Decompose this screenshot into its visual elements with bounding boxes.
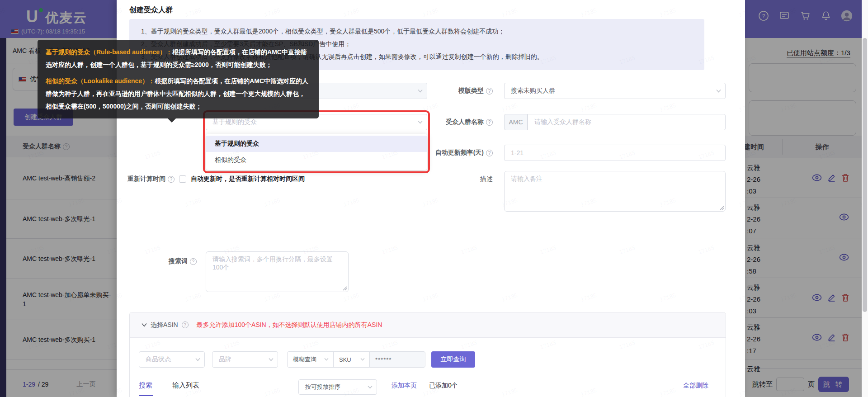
search-words-label: 搜索词? xyxy=(129,253,197,269)
help-icon[interactable]: ? xyxy=(190,258,197,265)
watermark-text: 17185 xyxy=(343,197,360,208)
tooltip-paragraph: 基于规则的受众（Rule-based audience）：根据所填写的各配置项，… xyxy=(46,46,311,71)
watermark-text: 17185 xyxy=(422,197,439,208)
audience-name-label: 受众人群名称? xyxy=(407,114,493,130)
help-icon[interactable]: ? xyxy=(486,88,493,95)
watermark-text: 17185 xyxy=(144,149,161,161)
audience-name-input[interactable]: 请输入受众人群名称 xyxy=(528,114,726,130)
recalc-label: 重新计算时间? xyxy=(127,175,175,183)
watermark-text: 17185 xyxy=(460,244,478,255)
sort-select[interactable]: 按可投放排序 xyxy=(298,379,377,395)
watermark-text: 17185 xyxy=(184,197,202,208)
watermark-text: 17185 xyxy=(580,102,598,113)
audience-type-value: 基于规则的受众 xyxy=(212,118,257,126)
watermark-text: 17185 xyxy=(539,244,557,255)
active-tab-underline xyxy=(139,395,153,396)
asin-section-header[interactable]: 选择ASIN ? 最多允许添加100个ASIN，如不选择则默认使用店铺内的所有A… xyxy=(130,312,726,338)
watermark-text: 17185 xyxy=(738,292,745,303)
watermark-text: 17185 xyxy=(738,102,745,113)
help-icon[interactable]: ? xyxy=(486,150,493,156)
recalc-checkbox-label: 自动更新时，是否重新计算相对时间区间 xyxy=(191,175,305,183)
scrollbar-thumb[interactable] xyxy=(863,38,867,312)
watermark-text: 17185 xyxy=(698,244,715,255)
tab-search[interactable]: 搜索 xyxy=(139,381,152,390)
watermark-text: 17185 xyxy=(343,7,360,18)
watermark-text: 17185 xyxy=(738,7,745,18)
description-label: 描述 xyxy=(407,171,493,187)
template-type-value: 搜索未购买人群 xyxy=(511,87,555,95)
audience-type-tooltip: 基于规则的受众（Rule-based audience）：根据所填写的各配置项，… xyxy=(38,40,319,118)
template-type-select[interactable]: 搜索未购买人群 xyxy=(504,83,726,99)
product-status-select[interactable]: 商品状态 xyxy=(139,351,205,368)
watermark-text: 17185 xyxy=(501,102,519,113)
help-icon[interactable]: ? xyxy=(182,321,189,328)
fuzzy-query-select[interactable]: 模糊查询 xyxy=(287,351,334,368)
chevron-down-icon xyxy=(142,323,147,327)
brand-select[interactable]: 品牌 xyxy=(212,351,278,368)
help-icon[interactable]: ? xyxy=(168,176,175,183)
watermark-text: 17185 xyxy=(117,197,123,208)
added-count: 已添加0个 xyxy=(429,382,458,390)
chevron-down-icon xyxy=(269,358,273,362)
search-words-textarea[interactable]: 请输入搜索词，多个用换行分隔，最多设置100个 xyxy=(206,251,349,292)
watermark-text: 17185 xyxy=(659,102,677,113)
tooltip-paragraph: 相似的受众（Lookalike audience）：根据所填写的各配置项，在店铺… xyxy=(46,75,311,113)
watermark-text: 17185 xyxy=(501,7,519,18)
tooltip-lead: 相似的受众（Lookalike audience）： xyxy=(46,77,155,85)
sku-select[interactable]: SKU xyxy=(333,351,370,368)
modal-title: 创建受众人群 xyxy=(129,5,173,15)
section-divider xyxy=(129,239,732,239)
delete-all-link[interactable]: 全部删除 xyxy=(683,382,708,390)
asin-section: 选择ASIN ? 最多允许添加100个ASIN，如不选择则默认使用店铺内的所有A… xyxy=(129,312,726,397)
resize-handle-icon[interactable] xyxy=(342,285,347,291)
add-page-link[interactable]: 添加本页 xyxy=(392,382,417,390)
description-textarea[interactable]: 请输入备注 xyxy=(504,171,726,212)
watermark-text: 17185 xyxy=(343,102,360,113)
watermark-text: 17185 xyxy=(659,292,677,303)
tooltip-body: 基于规则的受众（Rule-based audience）：根据所填写的各配置项，… xyxy=(46,46,311,113)
watermark-text: 17185 xyxy=(264,292,281,303)
watermark-text: 17185 xyxy=(117,387,123,397)
audience-name-prefix: AMC xyxy=(504,114,528,130)
watermark-text: 17185 xyxy=(184,292,202,303)
query-now-button[interactable]: 立即查询 xyxy=(431,351,475,368)
chevron-down-icon xyxy=(360,358,365,362)
watermark-text: 17185 xyxy=(264,197,281,208)
chevron-down-icon xyxy=(368,385,372,390)
tab-input-list[interactable]: 输入列表 xyxy=(172,381,199,390)
watermark-text: 17185 xyxy=(117,7,123,18)
watermark-text: 17185 xyxy=(343,292,360,303)
dropdown-option[interactable]: 基于规则的受众 xyxy=(206,136,427,152)
watermark-text: 17185 xyxy=(422,292,439,303)
help-icon[interactable]: ? xyxy=(486,119,493,126)
chevron-down-icon xyxy=(716,89,721,94)
auto-update-placeholder: 1-21 xyxy=(511,149,524,156)
watermark-text: 17185 xyxy=(184,7,202,18)
template-type-label: 模版类型? xyxy=(407,83,493,99)
watermark-text: 17185 xyxy=(580,7,598,18)
asin-warning: 最多允许添加100个ASIN，如不选择则默认使用店铺内的所有ASIN xyxy=(197,321,382,329)
watermark-text: 17185 xyxy=(422,102,439,113)
audience-name-placeholder: 请输入受众人群名称 xyxy=(534,118,591,126)
watermark-text: 17185 xyxy=(618,244,636,255)
masked-value-input[interactable]: ****** xyxy=(369,351,425,368)
dropdown-option[interactable]: 相似的受众 xyxy=(206,152,427,168)
page-scrollbar[interactable] xyxy=(862,0,868,397)
watermark-text: 17185 xyxy=(659,7,677,18)
tooltip-lead: 基于规则的受众（Rule-based audience）： xyxy=(46,48,172,56)
tooltip-arrow xyxy=(168,118,176,123)
watermark-text: 17185 xyxy=(501,292,519,303)
recalc-checkbox[interactable] xyxy=(179,175,186,183)
recalc-row: 重新计算时间? 自动更新时，是否重新计算相对时间区间 xyxy=(127,171,305,187)
watermark-text: 17185 xyxy=(381,244,399,255)
resize-handle-icon[interactable] xyxy=(719,205,724,210)
watermark-text: 17185 xyxy=(738,387,745,397)
app-root: U 优麦云 (UTC-7): 03/18 19:35:15 ? 已使用站点额度： xyxy=(0,0,868,397)
chevron-down-icon xyxy=(324,358,329,362)
watermark-text: 17185 xyxy=(580,292,598,303)
watermark-text: 17185 xyxy=(422,7,439,18)
notice-line: 1、基于规则的受众类型，受众人群最低是2000个，相似受众类型，受众人群最低是5… xyxy=(141,25,693,38)
asin-section-title: 选择ASIN xyxy=(151,321,178,329)
auto-update-input[interactable]: 1-21 xyxy=(504,145,726,161)
chevron-down-icon xyxy=(195,358,200,362)
